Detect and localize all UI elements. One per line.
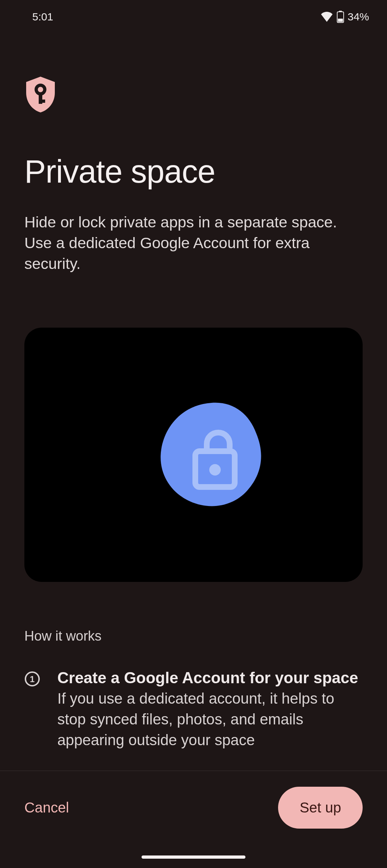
status-bar: 5:01 34%: [0, 0, 387, 30]
page-title: Private space: [24, 153, 363, 190]
main-content: Private space Hide or lock private apps …: [0, 30, 387, 802]
setup-button[interactable]: Set up: [278, 787, 363, 829]
section-heading: How it works: [24, 628, 363, 644]
battery-percent: 34%: [348, 11, 369, 23]
wifi-icon: [320, 12, 333, 22]
illustration-card: [24, 328, 363, 582]
bottom-action-bar: Cancel Set up: [0, 771, 387, 868]
status-right: 34%: [320, 11, 369, 23]
battery-icon: [337, 11, 344, 23]
cancel-button[interactable]: Cancel: [24, 792, 69, 823]
step-item-1: 1 Create a Google Account for your space…: [24, 669, 363, 751]
svg-rect-2: [338, 19, 343, 22]
step-1-description: If you use a dedicated account, it helps…: [57, 688, 363, 751]
page-description: Hide or lock private apps in a separate …: [24, 212, 363, 274]
svg-rect-5: [39, 100, 45, 103]
step-1-title: Create a Google Account for your space: [57, 669, 363, 687]
svg-point-7: [209, 464, 221, 476]
status-time: 5:01: [32, 11, 53, 23]
shield-key-icon: [24, 77, 363, 114]
svg-text:1: 1: [30, 674, 34, 684]
step-number-1-icon: 1: [24, 671, 40, 751]
nav-handle[interactable]: [142, 855, 245, 859]
lock-illustration: [150, 396, 272, 517]
